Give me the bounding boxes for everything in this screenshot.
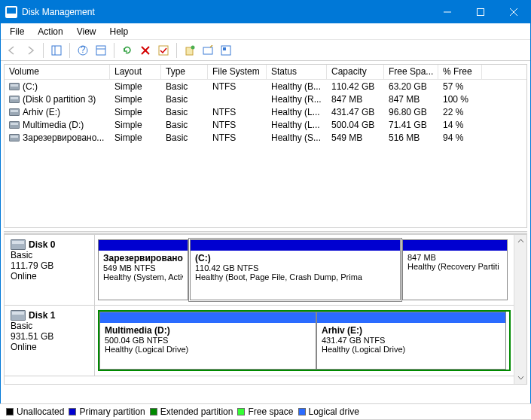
- cell: 110.42 GB: [327, 81, 384, 92]
- volume-row[interactable]: Зарезервировано...SimpleBasicNTFSHealthy…: [5, 131, 526, 144]
- col-filesystem[interactable]: File System: [208, 65, 267, 79]
- partitions: Зарезервировано си549 MB NTFSHealthy (Sy…: [95, 235, 514, 305]
- refresh-button[interactable]: [119, 42, 136, 59]
- cell: NTFS: [208, 81, 267, 92]
- disk-row: Disk 1Basic931.51 GBOnlineMultimedia (D:…: [5, 306, 514, 376]
- col-volume[interactable]: Volume: [5, 65, 110, 79]
- disk-label[interactable]: Disk 0Basic111.79 GBOnline: [5, 235, 95, 305]
- partition-body: Arhiv (E:)431.47 GB NTFSHealthy (Logical…: [317, 323, 505, 356]
- disk-name: Disk 0: [29, 239, 55, 250]
- disk-row: Disk 0Basic111.79 GBOnlineЗарезервирован…: [5, 235, 514, 306]
- cell: Basic: [161, 120, 208, 130]
- toolbar: ?: [1, 40, 530, 61]
- cell: Healthy (R...: [267, 94, 327, 105]
- partition-body: Multimedia (D:)500.04 GB NTFSHealthy (Lo…: [100, 323, 316, 356]
- cell: 549 MB: [327, 132, 384, 143]
- cell: Multimedia (D:): [5, 120, 110, 130]
- cell: 63.20 GB: [384, 81, 438, 92]
- partition-body: 847 MBHealthy (Recovery Partiti: [403, 251, 507, 273]
- partition[interactable]: 847 MBHealthy (Recovery Partiti: [402, 239, 508, 300]
- disk-type: Basic: [11, 321, 88, 331]
- disk-icon: [11, 239, 26, 250]
- svg-text:?: ?: [81, 45, 86, 55]
- partition-color-bar: [403, 240, 507, 251]
- drive-icon: [9, 108, 20, 116]
- col-freespace[interactable]: Free Spa...: [384, 65, 438, 79]
- cell: 57 %: [438, 81, 482, 92]
- disk-type: Basic: [11, 250, 88, 260]
- volume-row[interactable]: (Disk 0 partition 3)SimpleBasicHealthy (…: [5, 93, 526, 105]
- vertical-scrollbar[interactable]: [514, 235, 526, 384]
- svg-rect-1: [478, 9, 484, 16]
- cell: 500.04 GB: [327, 120, 384, 130]
- col-status[interactable]: Status: [267, 65, 327, 79]
- cell: Healthy (L...: [267, 120, 327, 130]
- legend-extended: Extended partition: [160, 406, 233, 417]
- partition-name: Зарезервировано си: [103, 253, 183, 263]
- title-bar[interactable]: Disk Management: [1, 1, 530, 23]
- disk-label[interactable]: Disk 1Basic931.51 GBOnline: [5, 306, 95, 376]
- cell: Simple: [110, 132, 161, 143]
- delete-button[interactable]: [137, 42, 154, 59]
- partition[interactable]: Arhiv (E:)431.47 GB NTFSHealthy (Logical…: [316, 312, 506, 370]
- cell: 100 %: [438, 94, 482, 105]
- partition-status: Healthy (System, Activ: [103, 272, 183, 282]
- partitions: Multimedia (D:)500.04 GB NTFSHealthy (Lo…: [95, 306, 514, 376]
- partition[interactable]: (C:)110.42 GB NTFSHealthy (Boot, Page Fi…: [190, 239, 401, 300]
- menu-action[interactable]: Action: [32, 25, 69, 38]
- check-button[interactable]: [155, 42, 172, 59]
- volume-row[interactable]: Arhiv (E:)SimpleBasicNTFSHealthy (L...43…: [5, 105, 526, 118]
- cell: Simple: [110, 81, 161, 92]
- wizard-button[interactable]: [200, 42, 216, 59]
- partition-color-bar: [191, 240, 400, 251]
- swatch-logical: [298, 408, 306, 415]
- window-title: Disk Management: [22, 7, 95, 17]
- cell: Basic: [161, 81, 208, 92]
- minimize-button[interactable]: [431, 1, 464, 23]
- new-button[interactable]: [182, 42, 198, 59]
- menu-help[interactable]: Help: [104, 25, 135, 38]
- partition-name: Arhiv (E:): [322, 325, 501, 336]
- volume-row[interactable]: (C:)SimpleBasicNTFSHealthy (B...110.42 G…: [5, 80, 526, 93]
- partition[interactable]: Зарезервировано си549 MB NTFSHealthy (Sy…: [98, 239, 188, 300]
- col-spacer: [482, 65, 526, 79]
- partition[interactable]: Multimedia (D:)500.04 GB NTFSHealthy (Lo…: [99, 312, 316, 370]
- extended-partition[interactable]: Multimedia (D:)500.04 GB NTFSHealthy (Lo…: [98, 310, 511, 371]
- volume-row[interactable]: Multimedia (D:)SimpleBasicNTFSHealthy (L…: [5, 118, 526, 131]
- col-layout[interactable]: Layout: [110, 65, 161, 79]
- swatch-unallocated: [6, 408, 14, 415]
- cell: Arhiv (E:): [5, 107, 110, 117]
- column-headers: Volume Layout Type File System Status Ca…: [5, 65, 526, 80]
- menu-file[interactable]: File: [4, 25, 30, 38]
- scroll-down-button[interactable]: [514, 371, 526, 384]
- legend-free: Free space: [248, 406, 293, 417]
- svg-point-14: [191, 45, 195, 49]
- volume-list[interactable]: Volume Layout Type File System Status Ca…: [4, 64, 527, 228]
- close-button[interactable]: [497, 1, 530, 23]
- help-button[interactable]: ?: [75, 42, 91, 59]
- settings-button[interactable]: [93, 42, 109, 59]
- partition-status: Healthy (Boot, Page File, Crash Dump, Pr…: [195, 272, 395, 282]
- cell: (C:): [5, 81, 110, 92]
- show-hide-console-tree-button[interactable]: [48, 42, 65, 59]
- maximize-button[interactable]: [464, 1, 497, 23]
- col-capacity[interactable]: Capacity: [327, 65, 384, 79]
- partition-size: 500.04 GB NTFS: [105, 336, 311, 345]
- partition-size: 847 MB: [407, 253, 502, 262]
- properties-button[interactable]: [218, 42, 234, 59]
- partition-size: 431.47 GB NTFS: [322, 336, 501, 345]
- partition-color-bar: [100, 312, 316, 323]
- svg-rect-4: [52, 46, 61, 55]
- cell: Simple: [110, 94, 161, 105]
- status-bar: [1, 385, 530, 401]
- col-type[interactable]: Type: [161, 65, 208, 79]
- partition-name: Multimedia (D:): [105, 325, 311, 336]
- cell: Basic: [161, 107, 208, 117]
- scroll-up-button[interactable]: [514, 235, 526, 248]
- partition-body: (C:)110.42 GB NTFSHealthy (Boot, Page Fi…: [191, 251, 400, 284]
- partition-name: (C:): [195, 253, 395, 263]
- col-pctfree[interactable]: % Free: [438, 65, 482, 79]
- menu-view[interactable]: View: [71, 25, 102, 38]
- partition-color-bar: [317, 312, 505, 323]
- cell: 847 MB: [327, 94, 384, 105]
